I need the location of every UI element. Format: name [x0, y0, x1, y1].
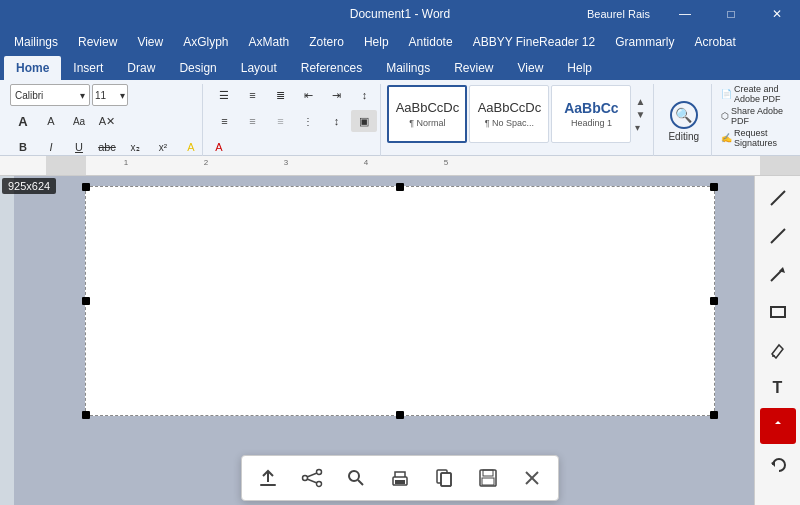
underline-button[interactable]: U — [66, 136, 92, 158]
create-adobe-pdf-button[interactable]: 📄 Create and Adobe PDF — [720, 84, 790, 104]
tab-draw[interactable]: Draw — [115, 56, 167, 80]
text-tool-button[interactable]: T — [760, 370, 796, 406]
indent-decrease-button[interactable]: ⇤ — [295, 84, 321, 106]
menu-item-mailings[interactable]: Mailings — [4, 31, 68, 53]
style-heading1[interactable]: AaBbCc Heading 1 — [551, 85, 631, 143]
change-case-button[interactable]: Aa — [66, 110, 92, 132]
save-icon — [477, 467, 499, 489]
strikethrough-button[interactable]: abc — [94, 136, 120, 158]
resize-handle-tl[interactable] — [82, 183, 90, 191]
bullets-button[interactable]: ☰ — [211, 84, 237, 106]
font-shrink-button[interactable]: A — [38, 110, 64, 132]
resize-handle-ml[interactable] — [82, 297, 90, 305]
search-icon: 🔍 — [670, 101, 698, 129]
editing-label: Editing — [668, 131, 699, 142]
style-h1-preview: AaBbCc — [564, 100, 618, 117]
line-tool-button[interactable] — [760, 180, 796, 216]
text-highlight-button[interactable]: A — [178, 136, 204, 158]
resize-handle-bl[interactable] — [82, 411, 90, 419]
search-button[interactable] — [336, 460, 376, 496]
menu-item-acrobat[interactable]: Acrobat — [685, 31, 746, 53]
menu-item-view[interactable]: View — [127, 31, 173, 53]
font-name-dropdown[interactable]: Calibri ▾ — [10, 84, 90, 106]
close-toolbar-button[interactable] — [512, 460, 552, 496]
share-icon — [301, 467, 323, 489]
tab-view[interactable]: View — [506, 56, 556, 80]
undo-button[interactable] — [760, 446, 796, 482]
menu-item-abbyy[interactable]: ABBYY FineReader 12 — [463, 31, 606, 53]
arrow-icon — [769, 265, 787, 283]
bold-button[interactable]: B — [10, 136, 36, 158]
search-icon — [345, 467, 367, 489]
resize-handle-mr[interactable] — [710, 297, 718, 305]
arrow-button[interactable] — [760, 256, 796, 292]
menu-item-grammarly[interactable]: Grammarly — [605, 31, 684, 53]
rectangle-button[interactable] — [760, 294, 796, 330]
share-button[interactable] — [292, 460, 332, 496]
multilevel-list-button[interactable]: ≣ — [267, 84, 293, 106]
doc-area: 925x624 — [0, 176, 800, 505]
print-icon — [389, 467, 411, 489]
svg-rect-10 — [260, 484, 276, 486]
tab-home[interactable]: Home — [4, 56, 61, 80]
tab-mailings[interactable]: Mailings — [374, 56, 442, 80]
maximize-button[interactable]: □ — [708, 0, 754, 28]
resize-handle-tm[interactable] — [396, 183, 404, 191]
pages-button[interactable] — [424, 460, 464, 496]
resize-handle-br[interactable] — [710, 411, 718, 419]
numbering-button[interactable]: ≡ — [239, 84, 265, 106]
italic-button[interactable]: I — [38, 136, 64, 158]
align-center-button[interactable]: ≡ — [239, 110, 265, 132]
color-picker-button[interactable] — [760, 408, 796, 444]
align-right-button[interactable]: ≡ — [267, 110, 293, 132]
document-page[interactable] — [85, 186, 715, 416]
tab-design[interactable]: Design — [167, 56, 228, 80]
superscript-button[interactable]: x² — [150, 136, 176, 158]
line-icon — [769, 189, 787, 207]
undo-icon — [769, 455, 787, 473]
sort-button[interactable]: ↕ — [351, 84, 377, 106]
menu-item-zotero[interactable]: Zotero — [299, 31, 354, 53]
menu-item-antidote[interactable]: Antidote — [399, 31, 463, 53]
editing-button[interactable]: 🔍 Editing — [664, 97, 703, 146]
indent-increase-button[interactable]: ⇥ — [323, 84, 349, 106]
shading-button[interactable]: ▣ — [351, 110, 377, 132]
clear-format-button[interactable]: A✕ — [94, 110, 120, 132]
print-button[interactable] — [380, 460, 420, 496]
save-button[interactable] — [468, 460, 508, 496]
ribbon: Home Insert Draw Design Layout Reference… — [0, 56, 800, 156]
upload-button[interactable] — [248, 460, 288, 496]
close-button[interactable]: ✕ — [754, 0, 800, 28]
tab-help[interactable]: Help — [555, 56, 604, 80]
style-no-spacing[interactable]: AaBbCcDc ¶ No Spac... — [469, 85, 549, 143]
align-left-button[interactable]: ≡ — [211, 110, 237, 132]
create-pdf-icon: 📄 — [721, 89, 732, 99]
share-adobe-pdf-button[interactable]: ⬡ Share Adobe PDF — [720, 106, 790, 126]
menu-item-review[interactable]: Review — [68, 31, 127, 53]
subscript-button[interactable]: x₂ — [122, 136, 148, 158]
request-signatures-button[interactable]: ✍ Request Signatures — [720, 128, 790, 148]
line-spacing-button[interactable]: ↕ — [323, 110, 349, 132]
svg-line-14 — [307, 473, 317, 477]
tab-review[interactable]: Review — [442, 56, 505, 80]
pencil-button[interactable] — [760, 332, 796, 368]
tab-layout[interactable]: Layout — [229, 56, 289, 80]
menu-item-axmath[interactable]: AxMath — [239, 31, 300, 53]
diagonal-line-button[interactable] — [760, 218, 796, 254]
ribbon-tabs: Home Insert Draw Design Layout Reference… — [0, 56, 800, 80]
tab-insert[interactable]: Insert — [61, 56, 115, 80]
font-size-dropdown[interactable]: 11 ▾ — [92, 84, 128, 106]
tab-references[interactable]: References — [289, 56, 374, 80]
ruler-mark-3: 3 — [284, 158, 288, 167]
styles-scroll-button[interactable]: ▲ ▼ ▾ — [631, 84, 649, 144]
style-normal[interactable]: AaBbCcDc ¶ Normal — [387, 85, 467, 143]
font-grow-button[interactable]: A — [10, 110, 36, 132]
resize-handle-bm[interactable] — [396, 411, 404, 419]
bottom-toolbar — [241, 455, 559, 501]
minimize-button[interactable]: — — [662, 0, 708, 28]
resize-handle-tr[interactable] — [710, 183, 718, 191]
expand-styles-icon: ▾ — [635, 122, 645, 133]
menu-item-help[interactable]: Help — [354, 31, 399, 53]
menu-item-axglyph[interactable]: AxGlyph — [173, 31, 238, 53]
justify-button[interactable]: ⋮ — [295, 110, 321, 132]
